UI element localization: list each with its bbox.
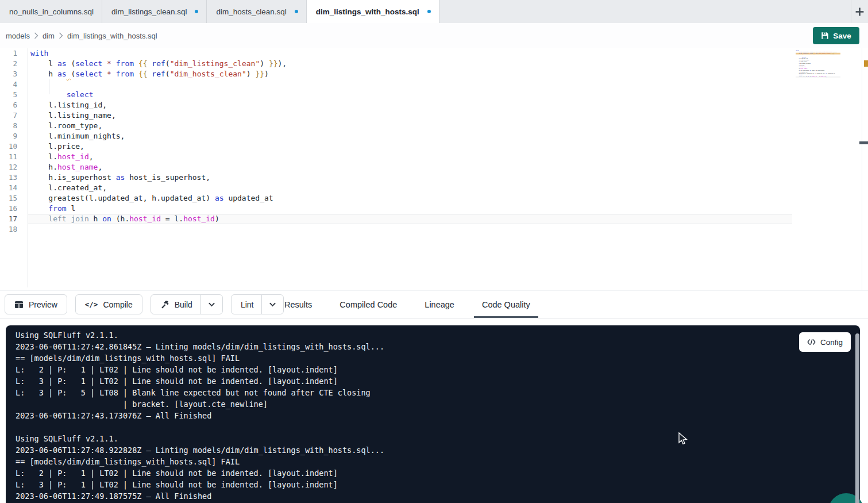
line-number: 10 [0, 141, 28, 152]
breadcrumb-item-dim[interactable]: dim [43, 32, 55, 40]
compile-button-label: Compile [103, 300, 132, 309]
code-line-text [28, 79, 792, 90]
plus-icon [855, 7, 865, 17]
chevron-right-icon [34, 32, 38, 39]
lint-button-label: Lint [241, 300, 254, 309]
tab-label: dim_listings_clean.sql [111, 7, 187, 16]
chevron-right-icon [59, 32, 63, 39]
config-button[interactable]: Config [799, 332, 851, 352]
code-editor[interactable]: 1with2 l as (select * from {{ ref("dim_l… [0, 48, 868, 290]
line-number: 7 [0, 110, 28, 121]
code-line-text: l.price, [28, 141, 792, 152]
panel-tab-lineage[interactable]: Lineage [420, 291, 459, 318]
code-lines: 1with2 l as (select * from {{ ref("dim_l… [0, 48, 868, 235]
line-number: 13 [0, 172, 28, 183]
code-line[interactable]: 7 l.listing_name, [0, 110, 868, 121]
code-line-text: l.minimum_nights, [28, 131, 792, 141]
modified-dot-icon [195, 10, 198, 13]
terminal-line [16, 421, 384, 433]
scroll-position-marker[interactable] [859, 141, 868, 144]
code-line-text: l.listing_id, [28, 100, 792, 110]
breadcrumb-item-models[interactable]: models [6, 32, 30, 40]
code-line[interactable]: 14 l.created_at, [0, 183, 868, 193]
build-dropdown-button[interactable] [200, 295, 222, 314]
terminal-line: == [models/dim/dim_listings_with_hosts.s… [16, 352, 384, 364]
tab-bar: no_nulls_in_columns.sqldim_listings_clea… [0, 0, 868, 23]
code-line [796, 78, 840, 79]
code-line[interactable]: 18 [0, 224, 868, 235]
modified-dot-icon [427, 10, 431, 13]
code-line-text: greatest(l.updated_at, h.updated_at) as … [28, 193, 792, 203]
line-number: 18 [0, 224, 28, 235]
editor-tab-no-nulls-in-columns-sql[interactable]: no_nulls_in_columns.sql [0, 0, 102, 23]
line-number: 9 [0, 131, 28, 141]
code-line[interactable]: 11 l.host_id, [0, 152, 868, 162]
terminal-line: L: 2 | P: 1 | LT02 | Line should not be … [16, 467, 384, 479]
minimap[interactable]: with l as (select * from {{ ref("dim_lis… [796, 49, 840, 83]
hammer-icon [160, 300, 169, 309]
modified-dot-icon [295, 10, 298, 13]
save-button-label: Save [833, 32, 851, 40]
code-line-text: l.listing_name, [28, 110, 792, 121]
preview-button[interactable]: Preview [5, 294, 67, 314]
code-line-text [28, 224, 792, 235]
code-line[interactable]: 13 h.is_superhost as host_is_superhost, [0, 172, 868, 183]
code-line[interactable]: 16 from l [0, 203, 868, 214]
lint-output-terminal[interactable]: Using SQLFluff v2.1.1.2023-06-06T11:27:4… [6, 325, 860, 503]
terminal-line: 2023-06-06T11:27:48.922828Z — Linting mo… [16, 444, 384, 456]
panel-tab-compiled-code[interactable]: Compiled Code [335, 291, 402, 318]
terminal-line: 2023-06-06T11:27:49.187575Z — All Finish… [16, 490, 384, 502]
editor-tab-dim-hosts-clean-sql[interactable]: dim_hosts_clean.sql [207, 0, 306, 23]
code-line[interactable]: 8 l.room_type, [0, 121, 868, 131]
code-line-text: h.is_superhost as host_is_superhost, [28, 172, 792, 183]
code-line-text: l.room_type, [28, 121, 792, 131]
code-line[interactable]: 5 select [0, 90, 868, 100]
terminal-line: 2023-06-06T11:27:43.173076Z — All Finish… [16, 410, 384, 421]
code-line[interactable]: 17 left join h on (h.host_id = l.host_id… [0, 214, 868, 224]
panel-tab-results[interactable]: Results [280, 291, 317, 318]
code-line-text: from l [28, 203, 792, 214]
terminal-line: L: 3 | P: 5 | LT08 | Blank line expected… [16, 387, 384, 398]
code-line[interactable]: 6 l.listing_id, [0, 100, 868, 110]
line-number: 4 [0, 79, 28, 90]
lint-split-button: Lint [231, 294, 284, 314]
code-line[interactable]: 2 l as (select * from {{ ref("dim_listin… [0, 59, 868, 69]
lint-button[interactable]: Lint [232, 295, 262, 314]
code-line-text: with [28, 48, 792, 59]
terminal-line: Using SQLFluff v2.1.1. [16, 433, 384, 444]
line-number: 14 [0, 183, 28, 193]
warning-marker [864, 60, 868, 67]
tab-label: dim_hosts_clean.sql [216, 7, 286, 16]
code-icon [807, 339, 816, 345]
code-line[interactable]: 1with [0, 48, 868, 59]
compile-button[interactable]: </> Compile [75, 294, 142, 314]
code-line[interactable]: 12 h.host_name, [0, 162, 868, 172]
build-button[interactable]: Build [151, 295, 200, 314]
preview-button-label: Preview [29, 300, 57, 309]
line-number: 3 [0, 69, 28, 79]
save-button[interactable]: Save [813, 27, 859, 44]
code-icon: </> [85, 300, 98, 309]
editor-tab-dim-listings-clean-sql[interactable]: dim_listings_clean.sql [102, 0, 207, 23]
table-icon [14, 300, 24, 309]
panel-tabs: ResultsCompiled CodeLineageCode Quality [280, 291, 535, 318]
line-number: 8 [0, 121, 28, 131]
overview-ruler [862, 48, 862, 290]
line-number: 16 [0, 203, 28, 214]
terminal-scrollbar[interactable] [855, 333, 859, 503]
code-line-text: select [28, 90, 792, 100]
code-line[interactable]: 9 l.minimum_nights, [0, 131, 868, 141]
code-line[interactable]: 10 l.price, [0, 141, 868, 152]
code-line[interactable]: 4 [0, 79, 868, 90]
gutter-separator [28, 48, 28, 287]
new-tab-button[interactable] [851, 0, 868, 23]
breadcrumb-item-dim-listings-with-hosts-sql[interactable]: dim_listings_with_hosts.sql [67, 32, 157, 40]
dbt-cloud-ide: { "colors": { "accent_teal": "#0e7265", … [0, 0, 868, 503]
panel-tab-code-quality[interactable]: Code Quality [477, 291, 535, 318]
editor-tab-dim-listings-with-hosts-sql[interactable]: dim_listings_with_hosts.sql [307, 0, 439, 23]
terminal-line: 2023-06-06T11:27:42.861845Z — Linting mo… [16, 341, 384, 352]
code-line[interactable]: 3 h as (select * from {{ ref("dim_hosts_… [0, 69, 868, 79]
tab-label: no_nulls_in_columns.sql [9, 7, 94, 16]
file-header: modelsdimdim_listings_with_hosts.sql Sav… [0, 23, 868, 48]
code-line[interactable]: 15 greatest(l.updated_at, h.updated_at) … [0, 193, 868, 203]
